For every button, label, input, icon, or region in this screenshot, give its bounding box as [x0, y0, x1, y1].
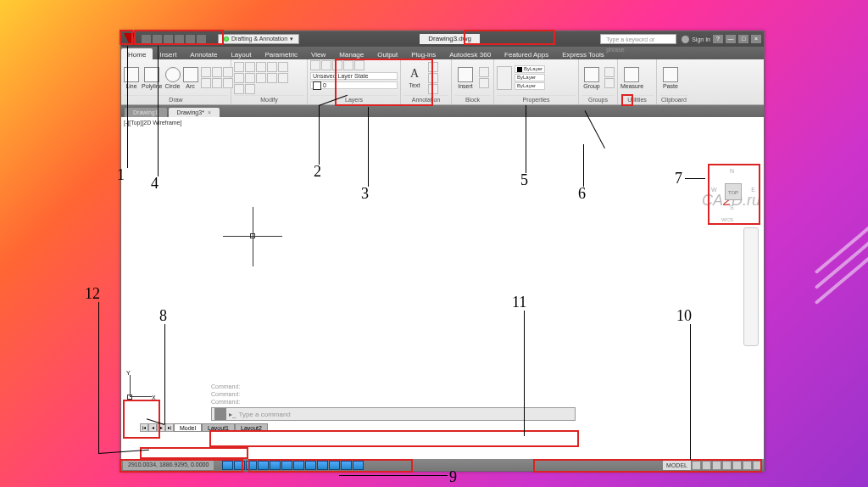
lineweight-dropdown[interactable]: ByLayer — [515, 74, 545, 81]
wcs-label[interactable]: WCS — [721, 217, 733, 222]
offset-icon[interactable] — [245, 84, 255, 94]
linetype-dropdown[interactable]: ByLayer — [515, 82, 545, 90]
tab-annotate[interactable]: Annotate — [183, 48, 224, 59]
layer-props-icon[interactable] — [310, 60, 320, 70]
layer-state-dropdown[interactable]: Unsaved Layer State — [310, 72, 398, 80]
scale-icon[interactable] — [278, 73, 288, 83]
tab-layout[interactable]: Layout — [224, 48, 258, 59]
layer-off-icon[interactable] — [321, 60, 331, 70]
command-line-input[interactable]: ▸_ Type a command — [211, 407, 576, 421]
create-block-icon[interactable] — [479, 67, 489, 77]
osnap-toggle[interactable] — [270, 461, 281, 470]
grid-toggle[interactable] — [234, 461, 245, 470]
first-tab-icon[interactable]: |◂ — [140, 423, 148, 432]
anno-scale-icon[interactable] — [692, 461, 701, 470]
tpy-toggle[interactable] — [317, 461, 328, 470]
stretch-icon[interactable] — [267, 73, 277, 83]
leader-icon[interactable] — [428, 73, 438, 83]
fillet-icon[interactable] — [245, 73, 255, 83]
new-icon[interactable] — [142, 35, 151, 44]
tab-manage[interactable]: Manage — [332, 48, 370, 59]
workspace-dropdown[interactable]: Drafting & Annotation ▾ — [218, 34, 299, 44]
lock-ui-icon[interactable] — [722, 461, 732, 470]
tab-view[interactable]: View — [304, 48, 332, 59]
explode-icon[interactable] — [256, 73, 266, 83]
help-search-input[interactable]: Type a keyword or phrase — [600, 34, 676, 44]
viewcube-north[interactable]: N — [730, 168, 734, 174]
erase-icon[interactable] — [267, 62, 277, 72]
layer-freeze-icon[interactable] — [332, 60, 342, 70]
color-dropdown[interactable]: ByLayer — [515, 65, 545, 73]
app-logo-icon[interactable] — [124, 33, 136, 45]
anno-vis-icon[interactable] — [702, 461, 711, 470]
tab-output[interactable]: Output — [370, 48, 404, 59]
array-icon[interactable] — [234, 84, 244, 94]
clean-screen-icon[interactable] — [753, 461, 762, 470]
model-tab[interactable]: Model — [174, 423, 202, 432]
close-tab-icon[interactable]: × — [208, 109, 211, 115]
tab-parametric[interactable]: Parametric — [258, 48, 304, 59]
table-icon[interactable] — [428, 84, 438, 94]
tab-express-tools[interactable]: Express Tools — [555, 48, 611, 59]
minimize-icon[interactable]: — — [726, 35, 736, 43]
maximize-icon[interactable]: □ — [738, 35, 748, 43]
close-icon[interactable]: × — [751, 35, 761, 43]
qp-toggle[interactable] — [329, 461, 340, 470]
undo-icon[interactable] — [175, 35, 184, 44]
command-icon[interactable] — [214, 408, 226, 420]
ucs-icon[interactable]: X Y — [126, 372, 155, 400]
drawing-canvas[interactable]: [‑][Top][2D Wireframe] CA2D.ru TOP N S W… — [121, 117, 764, 446]
isolate-icon[interactable] — [743, 461, 752, 470]
sc-toggle[interactable] — [341, 461, 352, 470]
text-button[interactable]: AText — [403, 67, 426, 88]
move-icon[interactable] — [234, 62, 244, 72]
mirror-icon[interactable] — [234, 73, 244, 83]
print-icon[interactable] — [197, 35, 206, 44]
dimension-icon[interactable] — [428, 62, 438, 72]
ortho-toggle[interactable] — [246, 461, 257, 470]
viewcube-west[interactable]: W — [711, 187, 717, 193]
group-button[interactable]: Group — [581, 66, 602, 89]
hardware-accel-icon[interactable] — [732, 461, 742, 470]
lwt-toggle[interactable] — [305, 461, 316, 470]
tab-autodesk360[interactable]: Autodesk 360 — [442, 48, 498, 59]
viewcube-south[interactable]: S — [730, 204, 734, 210]
line-button[interactable]: Line — [124, 66, 139, 89]
match-props-icon[interactable] — [497, 66, 512, 90]
layer-match-icon[interactable] — [354, 60, 364, 70]
viewport-label[interactable]: [‑][Top][2D Wireframe] — [124, 120, 181, 126]
measure-button[interactable]: Measure — [620, 66, 643, 89]
sign-in-link[interactable]: Sign In — [692, 36, 710, 42]
redo-icon[interactable] — [186, 35, 195, 44]
spline-icon[interactable] — [201, 78, 211, 88]
am-toggle[interactable] — [353, 461, 364, 470]
viewcube-east[interactable]: E — [751, 187, 755, 193]
polar-toggle[interactable] — [258, 461, 269, 470]
copy-icon[interactable] — [278, 62, 288, 72]
tab-plugins[interactable]: Plug-ins — [404, 48, 442, 59]
coordinates-readout[interactable]: 2910.0034, 1886.9295, 0.0000 — [123, 460, 214, 470]
doc-tab[interactable]: Drawing1 — [125, 108, 167, 117]
viewcube[interactable]: TOP N S W E WCS — [709, 168, 757, 216]
circle-button[interactable]: Circle — [165, 66, 181, 89]
snap-toggle[interactable] — [222, 461, 233, 470]
viewcube-face[interactable]: TOP — [725, 183, 742, 200]
rectangle-icon[interactable] — [201, 67, 211, 77]
point-icon[interactable] — [212, 78, 222, 88]
arc-button[interactable]: Arc — [183, 66, 198, 89]
tab-featured-apps[interactable]: Featured Apps — [498, 48, 555, 59]
polyline-button[interactable]: Polyline — [142, 66, 163, 89]
group-edit-icon[interactable] — [604, 78, 615, 88]
user-icon[interactable] — [682, 36, 689, 43]
current-layer-dropdown[interactable]: 0 — [310, 81, 398, 89]
layer-lock-icon[interactable] — [343, 60, 353, 70]
help-icon[interactable]: ? — [713, 35, 723, 43]
tab-home[interactable]: Home — [121, 48, 153, 59]
paste-button[interactable]: Paste — [659, 66, 682, 89]
prev-tab-icon[interactable]: ◂ — [148, 423, 157, 432]
layout-tab[interactable]: Layout2 — [235, 423, 268, 432]
edit-block-icon[interactable] — [479, 78, 489, 88]
insert-button[interactable]: Insert — [454, 66, 476, 89]
ellipse-icon[interactable] — [212, 67, 222, 77]
ungroup-icon[interactable] — [604, 67, 615, 77]
